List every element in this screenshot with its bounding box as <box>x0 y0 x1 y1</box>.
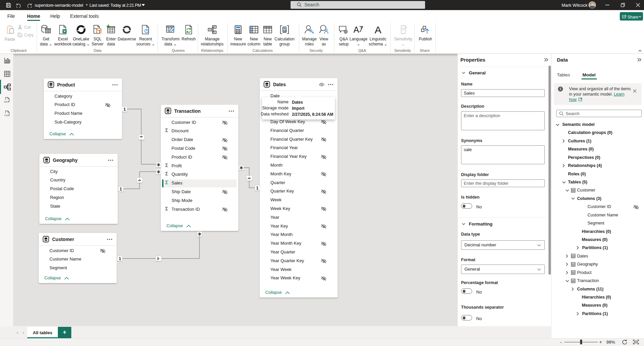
svg-text:TMDL: TMDL <box>4 114 10 116</box>
svg-text:DAX: DAX <box>4 101 9 103</box>
svg-text:A: A <box>353 25 359 34</box>
svg-text:A: A <box>375 24 381 35</box>
